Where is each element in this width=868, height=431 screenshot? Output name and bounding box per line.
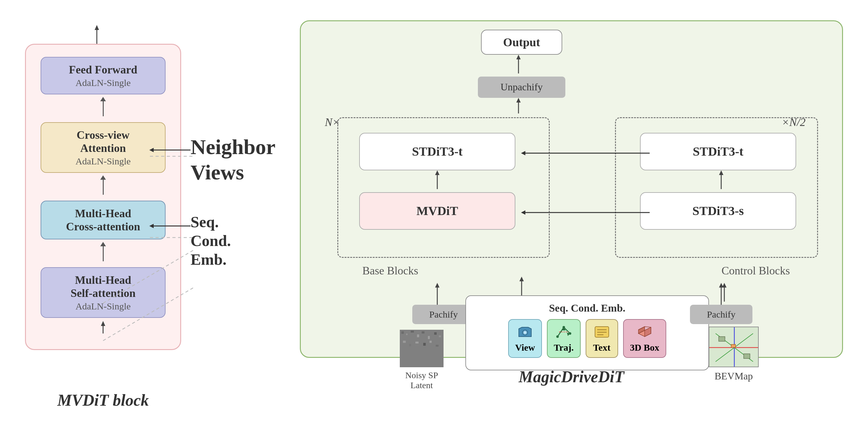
seq-cond-emb-box: Seq. Cond. Emb. View (465, 295, 709, 370)
svg-rect-44 (436, 345, 438, 347)
feed-forward-box: Feed Forward AdaLN-Single (41, 57, 165, 94)
view-cond-item: View (508, 319, 542, 358)
cross-view-box: Cross-view Attention AdaLN-Single (41, 122, 165, 173)
box3d-cond-item: 3D Box (623, 319, 666, 358)
right-section: MagicDriveDiT Output Unpachify N× ×N/2 (300, 20, 843, 395)
mvdit-inner-block: MVDiT (359, 192, 515, 230)
text-icon (592, 324, 611, 340)
svg-rect-38 (439, 335, 441, 337)
left-section: Feed Forward AdaLN-Single Cross-view Att… (25, 44, 206, 387)
bottom-input (35, 324, 171, 337)
control-blocks-label: Control Blocks (721, 264, 790, 277)
cross-view-title-1: Cross-view (48, 128, 159, 142)
noisy-sp-label: Noisy SP Latent (394, 370, 450, 391)
stdit3-t-right-block: STDiT3-t (640, 133, 796, 170)
svg-point-50 (556, 335, 559, 338)
multi-head-self-adaln: AdaLN-Single (48, 301, 159, 312)
bevmap-section: BEVMap (709, 326, 759, 382)
svg-rect-39 (403, 341, 406, 343)
multi-head-self-section: Multi-Head Self-attention AdaLN-Single (35, 267, 171, 318)
bevmap-label: BEVMap (715, 370, 753, 382)
svg-rect-36 (428, 336, 430, 339)
bevmap-visual (709, 326, 759, 367)
svg-rect-40 (409, 344, 411, 346)
base-blocks-label: Base Blocks (362, 264, 418, 277)
unpachify-box: Unpachify (478, 77, 565, 98)
svg-rect-34 (417, 335, 419, 337)
svg-line-47 (558, 327, 564, 337)
arrow-up-1 (103, 100, 104, 116)
multi-head-cross-section: Multi-Head Cross-attention (35, 201, 171, 239)
svg-rect-73 (744, 354, 750, 358)
feed-forward-title: Feed Forward (48, 63, 159, 76)
svg-marker-61 (645, 327, 651, 337)
multi-head-self-box: Multi-Head Self-attention AdaLN-Single (41, 267, 165, 318)
view-icon (516, 324, 534, 340)
mvdit-outer-box: Feed Forward AdaLN-Single Cross-view Att… (25, 44, 181, 350)
svg-rect-37 (434, 332, 437, 335)
text-cond-item: Text (586, 319, 618, 358)
svg-rect-32 (406, 334, 408, 335)
svg-rect-31 (401, 331, 404, 334)
multi-head-self-title-2: Self-attention (48, 287, 159, 300)
stdit3-s-right-block: STDiT3-s (640, 192, 796, 230)
svg-rect-72 (719, 337, 725, 341)
svg-rect-35 (422, 331, 425, 334)
multi-head-cross-title-1: Multi-Head (48, 207, 159, 220)
cross-view-title-2: Attention (48, 142, 159, 155)
svg-line-63 (645, 326, 651, 327)
traj-icon (554, 324, 573, 340)
arrow-up-3 (103, 246, 104, 261)
cross-view-adaln: AdaLN-Single (48, 156, 159, 167)
main-container: Feed Forward AdaLN-Single Cross-view Att… (0, 0, 868, 431)
svg-point-46 (524, 331, 526, 334)
svg-rect-43 (430, 341, 432, 343)
box3d-icon (635, 324, 654, 340)
stdit3-t-left-block: STDiT3-t (359, 133, 515, 170)
svg-rect-41 (415, 342, 418, 344)
cond-items: View (508, 319, 666, 358)
seq-cond-emb-label: Seq. Cond.Emb. (190, 212, 231, 269)
svg-marker-3 (101, 321, 105, 326)
feed-forward-adaln: AdaLN-Single (48, 78, 159, 88)
neighbor-views-label: Neighbor Views (190, 135, 275, 185)
pachify-right-box: Pachify (690, 305, 752, 324)
svg-rect-42 (423, 343, 426, 346)
svg-rect-74 (731, 344, 736, 348)
arrow-up-2 (103, 179, 104, 195)
svg-rect-33 (411, 331, 414, 333)
svg-marker-1 (95, 25, 99, 30)
multi-head-self-title-1: Multi-Head (48, 274, 159, 287)
noisy-sp-section: Noisy SP Latent (394, 330, 450, 391)
traj-cond-item: Traj. (547, 319, 581, 358)
mvdit-block-title: MVDiT block (25, 391, 181, 409)
multi-head-cross-box: Multi-Head Cross-attention (41, 201, 165, 239)
multi-head-cross-title-2: Cross-attention (48, 220, 159, 233)
output-box: Output (481, 30, 562, 55)
svg-rect-30 (400, 330, 443, 367)
cross-view-section: Cross-view Attention AdaLN-Single (35, 122, 171, 173)
noisy-sp-visual (400, 330, 443, 367)
feed-forward-section: Feed Forward AdaLN-Single (35, 57, 171, 94)
seq-cond-box-title: Seq. Cond. Emb. (549, 302, 626, 314)
